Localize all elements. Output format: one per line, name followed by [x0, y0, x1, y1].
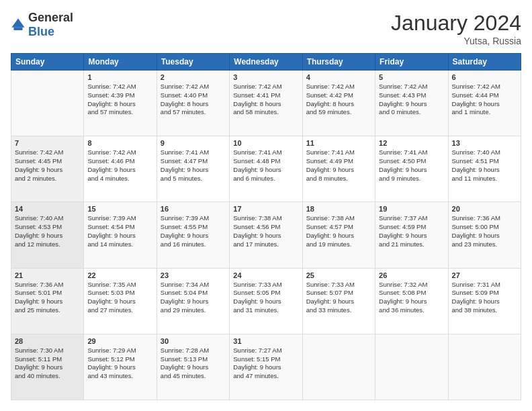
day-number: 8	[87, 139, 152, 147]
calendar-cell: 6Sunrise: 7:42 AMSunset: 4:44 PMDaylight…	[448, 71, 521, 136]
day-info: Sunrise: 7:28 AMSunset: 5:13 PMDaylight:…	[161, 347, 226, 381]
day-info: Sunrise: 7:41 AMSunset: 4:49 PMDaylight:…	[306, 148, 371, 183]
day-number: 18	[306, 205, 371, 213]
day-info: Sunrise: 7:33 AMSunset: 5:05 PMDaylight:…	[233, 281, 298, 315]
day-info: Sunrise: 7:31 AMSunset: 5:09 PMDaylight:…	[452, 281, 517, 315]
calendar-cell: 21Sunrise: 7:36 AMSunset: 5:01 PMDayligh…	[11, 268, 84, 334]
day-info: Sunrise: 7:42 AMSunset: 4:46 PMDaylight:…	[87, 148, 152, 183]
logo: General Blue	[11, 11, 73, 39]
calendar-week-3: 14Sunrise: 7:40 AMSunset: 4:53 PMDayligh…	[11, 202, 521, 268]
day-number: 28	[15, 337, 80, 345]
day-header-wednesday: Wednesday	[230, 54, 302, 71]
calendar-cell: 11Sunrise: 7:41 AMSunset: 4:49 PMDayligh…	[302, 136, 375, 202]
day-number: 13	[452, 139, 517, 147]
day-info: Sunrise: 7:35 AMSunset: 5:03 PMDaylight:…	[87, 281, 152, 315]
day-header-tuesday: Tuesday	[157, 54, 229, 71]
day-info: Sunrise: 7:36 AMSunset: 5:00 PMDaylight:…	[452, 214, 517, 248]
day-info: Sunrise: 7:36 AMSunset: 5:01 PMDaylight:…	[15, 281, 80, 315]
calendar-cell: 4Sunrise: 7:42 AMSunset: 4:42 PMDaylight…	[302, 71, 375, 136]
day-info: Sunrise: 7:42 AMSunset: 4:42 PMDaylight:…	[306, 83, 371, 117]
day-number: 22	[87, 271, 152, 279]
day-info: Sunrise: 7:40 AMSunset: 4:51 PMDaylight:…	[452, 148, 517, 183]
svg-marker-0	[11, 18, 24, 27]
day-info: Sunrise: 7:41 AMSunset: 4:47 PMDaylight:…	[161, 148, 226, 183]
calendar-cell: 3Sunrise: 7:42 AMSunset: 4:41 PMDaylight…	[230, 71, 302, 136]
calendar-cell: 28Sunrise: 7:30 AMSunset: 5:11 PMDayligh…	[11, 334, 84, 400]
calendar-cell: 15Sunrise: 7:39 AMSunset: 4:54 PMDayligh…	[84, 202, 157, 268]
day-info: Sunrise: 7:39 AMSunset: 4:54 PMDaylight:…	[87, 214, 152, 248]
day-info: Sunrise: 7:42 AMSunset: 4:44 PMDaylight:…	[452, 83, 517, 117]
month-title: January 2024	[391, 11, 521, 36]
day-number: 3	[233, 73, 298, 81]
day-header-sunday: Sunday	[11, 54, 84, 71]
calendar: SundayMondayTuesdayWednesdayThursdayFrid…	[11, 53, 521, 400]
calendar-cell	[448, 334, 521, 400]
calendar-cell: 8Sunrise: 7:42 AMSunset: 4:46 PMDaylight…	[84, 136, 157, 202]
day-number: 29	[87, 337, 152, 345]
calendar-cell: 5Sunrise: 7:42 AMSunset: 4:43 PMDaylight…	[375, 71, 448, 136]
day-number: 10	[233, 139, 298, 147]
calendar-cell: 1Sunrise: 7:42 AMSunset: 4:39 PMDaylight…	[84, 71, 157, 136]
calendar-cell: 18Sunrise: 7:38 AMSunset: 4:57 PMDayligh…	[302, 202, 375, 268]
day-number: 12	[379, 139, 444, 147]
day-info: Sunrise: 7:39 AMSunset: 4:55 PMDaylight:…	[161, 214, 226, 248]
day-info: Sunrise: 7:33 AMSunset: 5:07 PMDaylight:…	[306, 281, 371, 315]
header: General Blue January 2024 Yutsa, Russia	[11, 11, 521, 46]
day-number: 23	[161, 271, 226, 279]
logo-text: General Blue	[28, 11, 73, 39]
day-info: Sunrise: 7:30 AMSunset: 5:11 PMDaylight:…	[15, 347, 80, 381]
calendar-cell: 19Sunrise: 7:37 AMSunset: 4:59 PMDayligh…	[375, 202, 448, 268]
day-number: 25	[306, 271, 371, 279]
day-info: Sunrise: 7:41 AMSunset: 4:48 PMDaylight:…	[233, 148, 298, 183]
day-number: 24	[233, 271, 298, 279]
day-number: 7	[15, 139, 80, 147]
day-info: Sunrise: 7:29 AMSunset: 5:12 PMDaylight:…	[87, 347, 152, 381]
day-info: Sunrise: 7:41 AMSunset: 4:50 PMDaylight:…	[379, 148, 444, 183]
day-info: Sunrise: 7:32 AMSunset: 5:08 PMDaylight:…	[379, 281, 444, 315]
calendar-week-5: 28Sunrise: 7:30 AMSunset: 5:11 PMDayligh…	[11, 334, 521, 400]
calendar-cell: 22Sunrise: 7:35 AMSunset: 5:03 PMDayligh…	[84, 268, 157, 334]
day-header-monday: Monday	[84, 54, 157, 71]
day-number: 20	[452, 205, 517, 213]
calendar-cell: 30Sunrise: 7:28 AMSunset: 5:13 PMDayligh…	[157, 334, 229, 400]
calendar-week-1: 1Sunrise: 7:42 AMSunset: 4:39 PMDaylight…	[11, 71, 521, 136]
day-number: 27	[452, 271, 517, 279]
calendar-cell: 2Sunrise: 7:42 AMSunset: 4:40 PMDaylight…	[157, 71, 229, 136]
title-block: January 2024 Yutsa, Russia	[391, 11, 521, 46]
day-number: 15	[87, 205, 152, 213]
day-info: Sunrise: 7:38 AMSunset: 4:57 PMDaylight:…	[306, 214, 371, 248]
day-number: 31	[233, 337, 298, 345]
calendar-cell: 7Sunrise: 7:42 AMSunset: 4:45 PMDaylight…	[11, 136, 84, 202]
day-info: Sunrise: 7:34 AMSunset: 5:04 PMDaylight:…	[161, 281, 226, 315]
day-number: 21	[15, 271, 80, 279]
day-number: 19	[379, 205, 444, 213]
calendar-cell: 25Sunrise: 7:33 AMSunset: 5:07 PMDayligh…	[302, 268, 375, 334]
page: General Blue January 2024 Yutsa, Russia …	[0, 0, 532, 411]
calendar-cell: 24Sunrise: 7:33 AMSunset: 5:05 PMDayligh…	[230, 268, 302, 334]
day-info: Sunrise: 7:42 AMSunset: 4:43 PMDaylight:…	[379, 83, 444, 117]
day-info: Sunrise: 7:42 AMSunset: 4:39 PMDaylight:…	[87, 83, 152, 117]
calendar-cell: 14Sunrise: 7:40 AMSunset: 4:53 PMDayligh…	[11, 202, 84, 268]
location: Yutsa, Russia	[391, 36, 521, 46]
svg-rect-1	[13, 28, 22, 30]
calendar-cell: 26Sunrise: 7:32 AMSunset: 5:08 PMDayligh…	[375, 268, 448, 334]
day-info: Sunrise: 7:42 AMSunset: 4:40 PMDaylight:…	[161, 83, 226, 117]
day-info: Sunrise: 7:42 AMSunset: 4:45 PMDaylight:…	[15, 148, 80, 183]
calendar-cell	[302, 334, 375, 400]
day-number: 26	[379, 271, 444, 279]
calendar-cell: 9Sunrise: 7:41 AMSunset: 4:47 PMDaylight…	[157, 136, 229, 202]
day-info: Sunrise: 7:37 AMSunset: 4:59 PMDaylight:…	[379, 214, 444, 248]
day-number: 1	[87, 73, 152, 81]
general-blue-icon	[11, 17, 26, 32]
calendar-cell: 12Sunrise: 7:41 AMSunset: 4:50 PMDayligh…	[375, 136, 448, 202]
calendar-cell: 10Sunrise: 7:41 AMSunset: 4:48 PMDayligh…	[230, 136, 302, 202]
day-number: 9	[161, 139, 226, 147]
day-number: 2	[161, 73, 226, 81]
day-header-thursday: Thursday	[302, 54, 375, 71]
day-info: Sunrise: 7:38 AMSunset: 4:56 PMDaylight:…	[233, 214, 298, 248]
day-info: Sunrise: 7:40 AMSunset: 4:53 PMDaylight:…	[15, 214, 80, 248]
day-info: Sunrise: 7:27 AMSunset: 5:15 PMDaylight:…	[233, 347, 298, 381]
day-number: 6	[452, 73, 517, 81]
day-number: 17	[233, 205, 298, 213]
day-number: 16	[161, 205, 226, 213]
